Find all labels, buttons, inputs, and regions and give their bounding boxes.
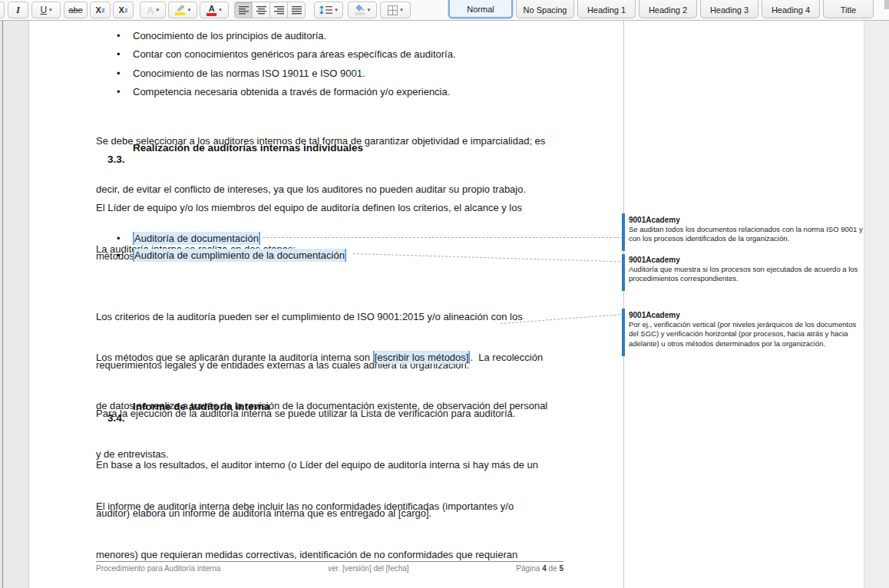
font-color-icon: A xyxy=(207,5,216,16)
subscript-icon: X xyxy=(96,5,101,15)
etapas-bullet-list: •Auditoría de documentación •Auditoría d… xyxy=(117,230,346,264)
footer-version: ver. [versión] del [fecha] xyxy=(328,564,409,573)
bullet-icon: • xyxy=(117,86,133,97)
list-item: •Auditoría de documentación xyxy=(117,230,346,247)
comment-card-3[interactable]: 9001Academy Por ej., verificación vertic… xyxy=(629,311,864,349)
align-center-icon xyxy=(256,6,266,15)
bullet-icon: • xyxy=(117,68,133,79)
strikethrough-icon: abe xyxy=(68,5,82,15)
list-item: •Competencia necesaria obtenida a través… xyxy=(117,83,456,102)
alignment-group xyxy=(234,2,306,18)
comment-bar-3 xyxy=(622,309,625,356)
comment-bar-1 xyxy=(622,213,625,251)
chevron-down-icon: ▾ xyxy=(188,7,191,13)
chevron-down-icon: ▾ xyxy=(400,7,403,13)
paint-bucket-icon xyxy=(355,5,365,15)
style-heading-2[interactable]: Heading 2 xyxy=(639,0,697,18)
style-title[interactable]: Title xyxy=(823,0,874,18)
align-right-icon xyxy=(274,6,284,15)
borders-icon xyxy=(388,5,398,15)
list-item: •Contar con conocimientos genéricos para… xyxy=(117,45,456,64)
window-right-gutter xyxy=(864,21,889,588)
style-normal[interactable]: Normal xyxy=(448,0,513,18)
comment-text: Por ej., verificación vertical (por nive… xyxy=(629,320,864,349)
style-heading-3[interactable]: Heading 3 xyxy=(700,0,758,18)
subscript-button[interactable]: X2 xyxy=(90,2,111,18)
line-spacing-button[interactable]: ▾ xyxy=(314,2,343,18)
style-no-spacing[interactable]: No Spacing xyxy=(516,0,574,18)
comment-text: Se auditan todos los documentos relacion… xyxy=(629,225,864,244)
superscript-icon: X xyxy=(119,5,124,15)
window-left-border xyxy=(2,21,3,588)
list-item: •Conocimiento de los principios de audit… xyxy=(117,26,456,45)
style-heading-4[interactable]: Heading 4 xyxy=(762,0,820,18)
highlight-color-button[interactable]: ▾ xyxy=(168,2,197,18)
bullet-icon: • xyxy=(117,30,133,41)
page-footer: Procedimiento para Auditoría interna ver… xyxy=(96,561,563,573)
align-right-button[interactable] xyxy=(269,2,288,18)
gallery-overflow-control[interactable] xyxy=(884,0,889,9)
bullet-icon: • xyxy=(117,233,133,244)
align-center-button[interactable] xyxy=(252,2,270,18)
word-window: I U ▾ abe X2 X2 A ▾ ▾ A xyxy=(0,0,889,588)
comment-card-1[interactable]: 9001Academy Se auditan todos los documen… xyxy=(629,216,864,244)
chevron-down-icon: ▾ xyxy=(49,7,52,13)
partial-button[interactable] xyxy=(0,2,5,18)
justify-button[interactable] xyxy=(287,2,306,18)
comment-author: 9001Academy xyxy=(629,256,864,264)
align-left-button[interactable] xyxy=(234,2,253,18)
comment-anchor-3[interactable]: [escribir los métodos] xyxy=(373,351,471,364)
shading-button[interactable]: ▾ xyxy=(348,2,377,18)
chevron-down-icon: ▾ xyxy=(335,7,338,13)
footer-doc-title: Procedimiento para Auditoría interna xyxy=(96,564,220,573)
justify-icon xyxy=(292,6,302,15)
italic-button[interactable]: I xyxy=(8,2,28,18)
bullet-icon: • xyxy=(117,249,133,261)
comment-anchor-2[interactable]: Auditoría de cumplimiento de la document… xyxy=(133,249,346,262)
comment-anchor-1[interactable]: Auditoría de documentación xyxy=(133,232,260,245)
chevron-down-icon: ▾ xyxy=(368,7,371,13)
underline-button[interactable]: U ▾ xyxy=(31,2,61,18)
comment-bar-2 xyxy=(622,254,625,291)
comment-margin-divider xyxy=(623,21,624,588)
italic-icon: I xyxy=(16,4,20,16)
comment-text: Auditoría que muestra si los procesos so… xyxy=(629,265,864,284)
align-left-icon xyxy=(239,6,249,15)
chevron-down-icon: ▾ xyxy=(219,7,222,13)
line-spacing-icon xyxy=(319,5,332,15)
superscript-button[interactable]: X2 xyxy=(113,2,134,18)
underline-icon: U xyxy=(40,5,47,15)
strikethrough-button[interactable]: abe xyxy=(64,2,88,18)
list-item: •Conocimiento de las normas ISO 19011 e … xyxy=(117,64,456,83)
competencia-bullet-list: •Conocimiento de los principios de audit… xyxy=(117,26,456,101)
comment-connector-1 xyxy=(263,237,623,238)
comment-card-2[interactable]: 9001Academy Auditoría que muestra si los… xyxy=(629,256,864,284)
text-effects-icon: A xyxy=(147,5,154,16)
borders-button[interactable]: ▾ xyxy=(380,2,411,18)
comment-author: 9001Academy xyxy=(629,311,864,319)
highlighter-icon xyxy=(175,5,186,15)
text-effects-button[interactable]: A ▾ xyxy=(140,2,166,18)
footer-page-number: Página 4 de 5 xyxy=(516,564,563,573)
bullet-icon: • xyxy=(117,48,133,60)
chevron-down-icon: ▾ xyxy=(156,7,159,13)
list-item: •Auditoría de cumplimiento de la documen… xyxy=(117,247,346,265)
style-heading-1[interactable]: Heading 1 xyxy=(577,0,636,18)
comment-author: 9001Academy xyxy=(629,216,864,224)
formatting-toolbar: I U ▾ abe X2 X2 A ▾ ▾ A xyxy=(0,0,889,21)
font-color-button[interactable]: A ▾ xyxy=(200,2,229,18)
